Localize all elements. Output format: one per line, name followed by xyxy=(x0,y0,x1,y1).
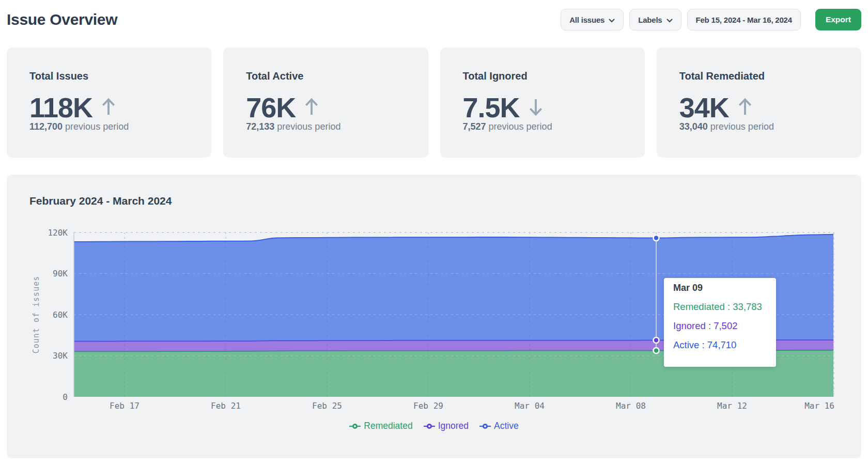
legend-line-icon xyxy=(424,423,435,429)
chart-card: February 2024 - March 2024 Feb 17Feb 21F… xyxy=(7,175,861,458)
stat-card-total-remediated: Total Remediated 34K 33,040 previous per… xyxy=(657,48,861,158)
stat-previous: 33,040 previous period xyxy=(679,121,839,132)
stat-previous: 112,700 previous period xyxy=(29,121,189,132)
chart-tooltip: Mar 09 Remediated : 33,783Ignored : 7,50… xyxy=(664,278,776,367)
x-tick-label: Feb 21 xyxy=(211,401,241,411)
x-tick-label: Mar 04 xyxy=(515,401,545,411)
header-controls: All issues Labels Feb 15, 2024 - Mar 16,… xyxy=(561,9,861,30)
stats-row: Total Issues 118K 112,700 previous perio… xyxy=(7,48,861,158)
trend-up-icon xyxy=(101,97,116,119)
stat-previous-label: previous period xyxy=(277,121,340,132)
stat-previous-label: previous period xyxy=(65,121,129,132)
stat-previous: 72,133 previous period xyxy=(246,121,405,132)
tooltip-row-remediated: Remediated : 33,783 xyxy=(673,301,767,313)
page-title: Issue Overview xyxy=(7,11,117,28)
trend-up-icon xyxy=(304,97,319,119)
legend-line-icon xyxy=(479,423,491,429)
y-tick-label: 60K xyxy=(53,310,68,320)
tooltip-row-active: Active : 74,710 xyxy=(673,339,767,351)
stat-label: Total Issues xyxy=(29,70,189,82)
stat-label: Total Active xyxy=(246,70,405,82)
stat-label: Total Remediated xyxy=(679,70,839,82)
chevron-down-icon xyxy=(667,16,673,24)
y-tick-label: 0 xyxy=(63,392,68,402)
stat-previous-value: 112,700 xyxy=(29,121,63,132)
page-header: Issue Overview All issues Labels Feb 15,… xyxy=(7,8,861,31)
labels-dropdown[interactable]: Labels xyxy=(629,9,681,30)
x-tick-label: Mar 16 xyxy=(804,401,834,411)
legend-label: Active xyxy=(494,421,519,431)
y-tick-label: 120K xyxy=(48,228,68,238)
stat-previous-label: previous period xyxy=(489,121,552,132)
stat-previous-value: 72,133 xyxy=(246,121,274,132)
export-button[interactable]: Export xyxy=(815,9,861,30)
legend-item-active[interactable]: Active xyxy=(479,421,519,431)
tooltip-date: Mar 09 xyxy=(673,283,767,293)
labels-dropdown-label: Labels xyxy=(638,16,662,24)
all-issues-dropdown-label: All issues xyxy=(569,16,605,24)
y-tick-label: 90K xyxy=(53,269,68,278)
chart-legend: RemediatedIgnoredActive xyxy=(7,421,861,431)
stat-previous: 7,527 previous period xyxy=(463,121,622,132)
stat-previous-label: previous period xyxy=(710,121,774,132)
legend-line-icon xyxy=(349,423,361,429)
legend-label: Remediated xyxy=(364,421,412,431)
legend-label: Ignored xyxy=(438,421,469,431)
stat-card-total-issues: Total Issues 118K 112,700 previous perio… xyxy=(7,48,211,158)
x-tick-label: Mar 12 xyxy=(717,401,747,411)
all-issues-dropdown[interactable]: All issues xyxy=(561,9,624,30)
hover-dot xyxy=(654,337,659,343)
date-range-label: Feb 15, 2024 - Mar 16, 2024 xyxy=(696,16,792,24)
y-axis-title: Count of issues xyxy=(32,276,41,353)
stat-previous-value: 7,527 xyxy=(463,121,486,132)
stat-value: 34K xyxy=(679,91,729,123)
x-tick-label: Feb 25 xyxy=(312,401,342,411)
legend-item-ignored[interactable]: Ignored xyxy=(424,421,469,431)
stat-previous-value: 33,040 xyxy=(679,121,708,132)
stat-card-total-active: Total Active 76K 72,133 previous period xyxy=(223,48,428,158)
hover-dot xyxy=(654,235,659,241)
hover-dot xyxy=(654,348,659,353)
date-range-picker[interactable]: Feb 15, 2024 - Mar 16, 2024 xyxy=(687,9,801,30)
x-tick-label: Feb 17 xyxy=(110,401,140,411)
trend-down-icon xyxy=(528,97,544,119)
trend-up-icon xyxy=(737,97,753,119)
x-tick-label: Mar 08 xyxy=(616,401,646,411)
stat-card-total-ignored: Total Ignored 7.5K 7,527 previous period xyxy=(440,48,645,158)
stat-value: 118K xyxy=(29,91,92,123)
stat-label: Total Ignored xyxy=(463,70,622,82)
tooltip-rows: Remediated : 33,783Ignored : 7,502Active… xyxy=(673,301,767,351)
chevron-down-icon xyxy=(609,16,615,24)
tooltip-row-ignored: Ignored : 7,502 xyxy=(673,320,767,332)
stat-value: 7.5K xyxy=(463,91,520,123)
stat-value: 76K xyxy=(246,91,296,123)
y-tick-label: 30K xyxy=(53,351,68,361)
legend-item-remediated[interactable]: Remediated xyxy=(349,421,412,431)
x-tick-label: Feb 29 xyxy=(413,401,443,411)
